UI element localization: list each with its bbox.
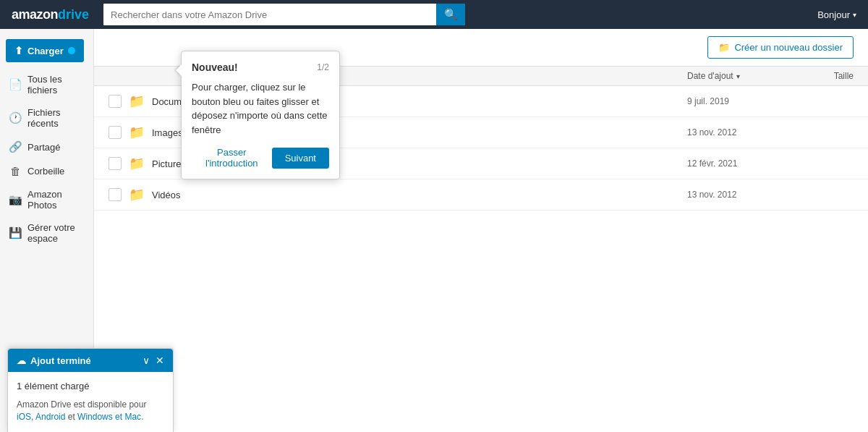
close-notification-button[interactable]: ✕ xyxy=(156,355,164,366)
sidebar-label-trash: Corbeille xyxy=(27,166,64,177)
create-folder-button[interactable]: 📁 Créer un nouveau dossier xyxy=(707,36,854,59)
tooltip-popup: Nouveau! 1/2 Pour charger, cliquez sur l… xyxy=(181,51,340,179)
upload-count: 1 élément chargé xyxy=(17,381,164,391)
create-folder-label: Créer un nouveau dossier xyxy=(734,42,843,53)
tooltip-body: Pour charger, cliquez sur le bouton bleu… xyxy=(192,80,329,137)
upload-indicator xyxy=(68,47,75,54)
cloud-icon: ☁ xyxy=(17,355,26,366)
search-icon: 🔍 xyxy=(444,8,458,21)
upload-notification-title: ☁ Ajout terminé xyxy=(17,355,91,366)
logo-amazon: amazon xyxy=(12,7,58,22)
row-checkbox[interactable] xyxy=(109,95,122,108)
tooltip-arrow xyxy=(176,64,182,76)
row-checkbox[interactable] xyxy=(109,188,122,201)
folder-icon: 📁 xyxy=(129,124,145,140)
tooltip-actions: Passer l'introduction Suivant xyxy=(192,147,329,169)
bonjour-label: Bonjour xyxy=(817,9,850,20)
sidebar-item-photos[interactable]: 📷 Amazon Photos xyxy=(0,183,93,216)
sidebar-item-recent[interactable]: 🕐 Fichiers récents xyxy=(0,101,93,135)
upload-notification-body: 1 élément chargé Amazon Drive est dispon… xyxy=(8,372,173,432)
folder-icon: 📁 xyxy=(129,187,145,203)
date-label: Date d'ajout xyxy=(687,71,733,81)
tooltip-counter: 1/2 xyxy=(317,62,329,72)
upload-icon: ⬆ xyxy=(14,45,23,56)
folder-icon: 📁 xyxy=(718,42,730,53)
skip-intro-button[interactable]: Passer l'introduction xyxy=(192,147,272,169)
tooltip-header: Nouveau! 1/2 xyxy=(192,62,329,73)
promo-windows-link[interactable]: Windows et Mac xyxy=(77,412,141,422)
close-icon: ✕ xyxy=(156,355,164,366)
trash-icon: 🗑 xyxy=(9,165,22,177)
sidebar-item-manage[interactable]: 💾 Gérer votre espace xyxy=(0,216,93,250)
recent-icon: 🕐 xyxy=(9,111,22,124)
search-input[interactable] xyxy=(103,4,465,25)
sidebar-label-manage: Gérer votre espace xyxy=(27,222,85,244)
folder-icon: 📁 xyxy=(129,93,145,109)
upload-notification: ☁ Ajout terminé ∨ ✕ 1 élément chargé Ama… xyxy=(7,348,174,432)
bonjour-menu[interactable]: Bonjour ▾ xyxy=(817,9,856,20)
sort-arrow-icon: ▾ xyxy=(736,72,740,80)
shared-icon: 🔗 xyxy=(9,140,22,153)
file-name: Vidéos xyxy=(152,190,687,200)
folder-icon: 📁 xyxy=(129,156,145,171)
upload-notification-controls: ∨ ✕ xyxy=(142,355,164,366)
chevron-down-icon: ▾ xyxy=(853,11,856,19)
promo-android-link[interactable]: Android xyxy=(35,412,65,422)
file-date: 13 nov. 2012 xyxy=(687,190,796,200)
file-date: 13 nov. 2012 xyxy=(687,127,796,137)
logo-drive: drive xyxy=(58,7,89,22)
upload-title-label: Ajout terminé xyxy=(30,355,91,366)
upload-notification-header: ☁ Ajout terminé ∨ ✕ xyxy=(8,349,173,372)
header-right: Bonjour ▾ xyxy=(817,9,856,20)
header: amazon drive 🔍 Bonjour ▾ xyxy=(0,0,868,29)
manage-icon: 💾 xyxy=(9,226,22,240)
chevron-down-icon: ∨ xyxy=(142,355,150,366)
main-content: Nouveau! 1/2 Pour charger, cliquez sur l… xyxy=(94,29,868,432)
search-bar: 🔍 xyxy=(103,4,465,25)
logo: amazon drive xyxy=(12,7,89,22)
tooltip-title: Nouveau! xyxy=(192,62,238,73)
sidebar-item-all-files[interactable]: 📄 Tous les fichiers xyxy=(0,68,93,101)
file-date: 12 févr. 2021 xyxy=(687,158,796,169)
search-button[interactable]: 🔍 xyxy=(436,4,465,25)
all-files-icon: 📄 xyxy=(9,78,22,91)
header-col-date[interactable]: Date d'ajout ▾ xyxy=(687,71,796,81)
file-date: 9 juil. 2019 xyxy=(687,96,796,106)
photos-icon: 📷 xyxy=(9,193,22,206)
sidebar-label-all-files: Tous les fichiers xyxy=(27,74,85,96)
sidebar-label-shared: Partagé xyxy=(27,142,61,153)
sidebar-item-trash[interactable]: 🗑 Corbeille xyxy=(0,159,93,183)
promo-text: Amazon Drive est disponible pour xyxy=(17,399,146,410)
collapse-button[interactable]: ∨ xyxy=(142,355,150,366)
upload-label: Charger xyxy=(27,46,64,56)
row-checkbox[interactable] xyxy=(109,126,122,139)
row-checkbox[interactable] xyxy=(109,157,122,170)
sidebar-label-recent: Fichiers récents xyxy=(27,107,85,129)
sidebar-item-shared[interactable]: 🔗 Partagé xyxy=(0,135,93,159)
sidebar-label-photos: Amazon Photos xyxy=(27,189,85,211)
promo-ios-link[interactable]: iOS xyxy=(17,412,31,422)
table-row[interactable]: 📁 Vidéos 13 nov. 2012 xyxy=(94,179,868,211)
upload-promo: Amazon Drive est disponible pour iOS, An… xyxy=(17,399,164,423)
header-col-size: Taille xyxy=(796,71,854,81)
next-button[interactable]: Suivant xyxy=(272,148,329,169)
upload-button[interactable]: ⬆ Charger xyxy=(6,39,84,62)
